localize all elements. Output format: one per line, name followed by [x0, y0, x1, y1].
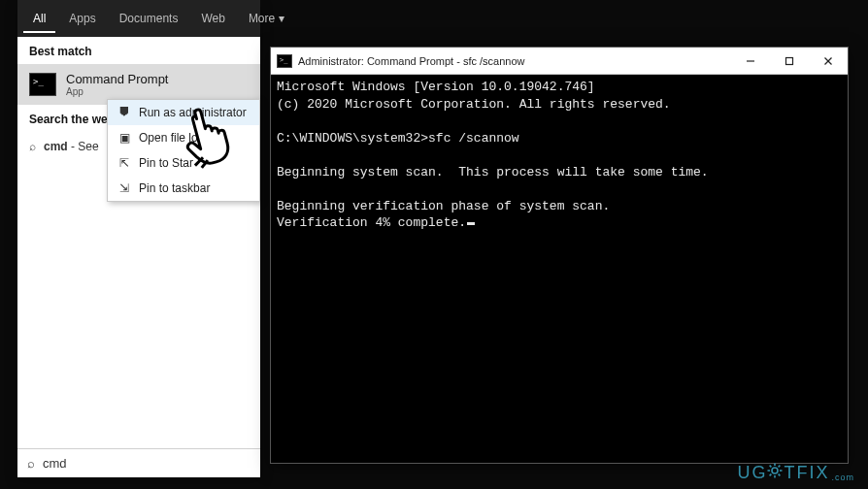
tab-more[interactable]: More ▾ — [239, 4, 294, 33]
best-match-text: Command Prompt App — [66, 72, 168, 97]
maximize-icon — [785, 56, 794, 66]
search-tabbar: All Apps Documents Web More ▾ — [17, 0, 260, 37]
maximize-button[interactable] — [770, 48, 809, 75]
close-icon — [823, 56, 833, 66]
watermark-post: TFIX — [784, 463, 829, 483]
svg-line-11 — [770, 466, 772, 468]
tab-documents[interactable]: Documents — [110, 4, 188, 33]
console-line: Beginning system scan. This process will… — [277, 165, 709, 179]
ctx-label: Pin to taskbar — [139, 181, 210, 195]
console-line: (c) 2020 Microsoft Corporation. All righ… — [277, 97, 671, 112]
console-line: Microsoft Windows [Version 10.0.19042.74… — [277, 80, 595, 94]
web-result-suffix: - See — [68, 140, 99, 153]
svg-line-12 — [779, 474, 781, 476]
start-search-panel: All Apps Documents Web More ▾ Best match… — [17, 0, 260, 477]
gear-icon — [767, 463, 783, 483]
titlebar-buttons — [731, 48, 848, 75]
best-match-subtitle: App — [66, 86, 168, 97]
best-match-heading: Best match — [17, 37, 260, 64]
watermark-pre: UG — [737, 463, 767, 483]
folder-icon: ▣ — [117, 131, 131, 145]
shield-icon: ⛊ — [117, 106, 131, 119]
titlebar[interactable]: Administrator: Command Prompt - sfc /sca… — [271, 48, 848, 75]
tab-all[interactable]: All — [23, 4, 55, 33]
search-bar[interactable]: ⌕ cmd — [17, 448, 260, 477]
ctx-pin-to-taskbar[interactable]: ⇲ Pin to taskbar — [108, 176, 259, 201]
svg-point-6 — [772, 468, 778, 473]
command-prompt-icon — [29, 73, 56, 96]
svg-rect-3 — [786, 57, 793, 64]
watermark: UGTFIX.com — [737, 463, 854, 483]
minimize-button[interactable] — [731, 48, 770, 75]
console-line: C:\WINDOWS\system32>sfc /scannow — [277, 131, 519, 146]
console-line: Beginning verification phase of system s… — [277, 199, 610, 213]
console-output[interactable]: Microsoft Windows [Version 10.0.19042.74… — [271, 75, 848, 463]
web-result-query: cmd — [44, 140, 68, 153]
desktop: All Apps Documents Web More ▾ Best match… — [0, 0, 868, 489]
command-prompt-window: Administrator: Command Prompt - sfc /sca… — [270, 47, 849, 464]
minimize-icon — [746, 56, 755, 66]
chevron-down-icon: ▾ — [279, 12, 284, 25]
tab-web[interactable]: Web — [191, 4, 234, 33]
svg-line-13 — [770, 474, 772, 476]
titlebar-left: Administrator: Command Prompt - sfc /sca… — [271, 54, 525, 68]
watermark-sub: .com — [831, 473, 854, 482]
window-title: Administrator: Command Prompt - sfc /sca… — [298, 55, 525, 67]
web-result-left: ⌕ cmd - See — [29, 140, 99, 153]
close-button[interactable] — [809, 48, 848, 75]
best-match-title: Command Prompt — [66, 72, 168, 86]
search-icon: ⌕ — [27, 456, 35, 471]
pin-icon: ⇱ — [117, 156, 131, 170]
search-icon: ⌕ — [29, 140, 36, 153]
console-line: Verification 4% complete. — [277, 215, 466, 230]
command-prompt-icon — [277, 54, 292, 68]
ctx-label: Pin to Star — [139, 156, 193, 170]
web-result-text: cmd - See — [44, 140, 99, 153]
pin-icon: ⇲ — [117, 181, 131, 195]
svg-line-14 — [779, 466, 781, 468]
tab-apps[interactable]: Apps — [59, 4, 105, 33]
search-input-text: cmd — [43, 456, 67, 471]
tab-more-label: More — [249, 12, 275, 25]
console-cursor — [467, 222, 475, 225]
